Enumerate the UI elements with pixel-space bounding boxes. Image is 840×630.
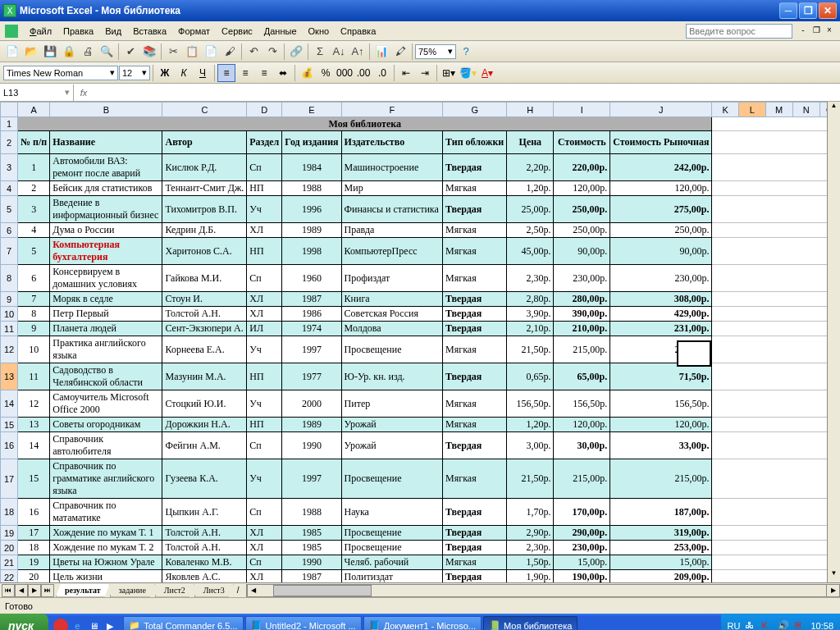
- lang-indicator[interactable]: RU: [728, 621, 741, 630]
- excel-icon: X: [3, 4, 16, 17]
- spelling-button[interactable]: ✔: [121, 43, 139, 61]
- merge-button[interactable]: ⬌: [274, 64, 292, 82]
- menu-edit[interactable]: Правка: [58, 24, 98, 39]
- comma-button[interactable]: 000: [336, 64, 354, 82]
- decrease-indent-button[interactable]: ⇤: [397, 64, 415, 82]
- tray-av-icon[interactable]: K: [761, 620, 773, 630]
- status-text: Готово: [5, 601, 33, 611]
- fx-icon[interactable]: fx: [74, 88, 94, 98]
- tray-volume-icon[interactable]: 🔊: [778, 620, 789, 630]
- worksheet[interactable]: ABCDEFGHIJKLMNO1Моя библиотека2№ п/пНазв…: [0, 102, 840, 582]
- tab-first-button[interactable]: ⏮: [2, 584, 15, 597]
- taskbar: пуск e 🖥 ▶ 📁Total Commander 6.5...📘Untit…: [0, 614, 840, 630]
- name-box[interactable]: L13▾: [0, 84, 74, 101]
- font-color-button[interactable]: A▾: [478, 64, 496, 82]
- menu-help[interactable]: Справка: [336, 24, 381, 39]
- save-button[interactable]: 💾: [41, 43, 59, 61]
- quicklaunch-opera-icon[interactable]: [53, 619, 68, 630]
- hyperlink-button[interactable]: 🔗: [287, 43, 305, 61]
- titlebar: X Microsoft Excel - Моя библиотека ─ ❐ ✕: [0, 0, 840, 21]
- italic-button[interactable]: К: [175, 64, 193, 82]
- fontsize-combo[interactable]: 12▾: [119, 66, 150, 80]
- increase-decimal-button[interactable]: .00: [354, 64, 372, 82]
- maximize-button[interactable]: ❐: [799, 2, 817, 19]
- percent-button[interactable]: %: [317, 64, 335, 82]
- borders-button[interactable]: ⊞▾: [440, 64, 458, 82]
- fill-color-button[interactable]: 🪣▾: [459, 64, 477, 82]
- tray-network-icon[interactable]: 🖧: [745, 620, 756, 630]
- taskbar-task[interactable]: 📘Документ1 - Microso...: [363, 616, 482, 630]
- status-bar: Готово: [0, 597, 840, 614]
- currency-button[interactable]: 💰: [298, 64, 316, 82]
- drawing-button[interactable]: 🖍: [391, 43, 409, 61]
- open-button[interactable]: 📂: [22, 43, 40, 61]
- standard-toolbar: 📄 📂 💾 🔒 🖨 🔍 ✔ 📚 ✂ 📋 📄 🖌 ↶ ↷ 🔗 Σ A↓ A↑ 📊 …: [0, 41, 840, 62]
- menu-data[interactable]: Данные: [259, 24, 302, 39]
- format-painter-button[interactable]: 🖌: [221, 43, 239, 61]
- app-logo-icon: [5, 25, 18, 38]
- minimize-button[interactable]: ─: [779, 2, 797, 19]
- sort-asc-button[interactable]: A↓: [330, 43, 348, 61]
- align-left-button[interactable]: ≡: [217, 64, 235, 82]
- align-center-button[interactable]: ≡: [236, 64, 254, 82]
- taskbar-task[interactable]: 📗Моя библиотека: [483, 616, 578, 630]
- clock[interactable]: 10:58: [810, 621, 833, 630]
- menu-format[interactable]: Формат: [173, 24, 215, 39]
- vertical-scrollbar[interactable]: ▲ ▼: [827, 102, 840, 582]
- menu-file[interactable]: ФФайлайл: [25, 24, 57, 39]
- increase-indent-button[interactable]: ⇥: [416, 64, 434, 82]
- menu-tools[interactable]: Сервис: [217, 24, 258, 39]
- sheet-tab[interactable]: Лист2: [155, 584, 194, 597]
- paste-button[interactable]: 📄: [202, 43, 220, 61]
- menubar: ФФайлайл Правка Вид Вставка Формат Серви…: [0, 21, 840, 41]
- taskbar-task[interactable]: 📁Total Commander 6.5...: [123, 616, 243, 630]
- close-button[interactable]: ✕: [819, 2, 837, 19]
- menu-window[interactable]: Окно: [304, 24, 335, 39]
- chart-button[interactable]: 📊: [372, 43, 390, 61]
- tab-last-button[interactable]: ⏭: [41, 584, 54, 597]
- zoom-combo[interactable]: 75%▾: [415, 44, 456, 59]
- font-combo[interactable]: Times New Roman▾: [3, 66, 118, 80]
- sheet-tabs-bar: ⏮ ◀ ▶ ⏭ результатзаданиеЛист2Лист3 / ◀▶: [0, 582, 840, 597]
- tray-shield-icon[interactable]: ⛨: [794, 620, 806, 630]
- window-title: Microsoft Excel - Моя библиотека: [20, 5, 779, 16]
- print-button[interactable]: 🖨: [79, 43, 97, 61]
- align-right-button[interactable]: ≡: [255, 64, 273, 82]
- tab-prev-button[interactable]: ◀: [15, 584, 28, 597]
- undo-button[interactable]: ↶: [244, 43, 262, 61]
- formula-bar: L13▾ fx: [0, 84, 840, 102]
- decrease-decimal-button[interactable]: .0: [373, 64, 391, 82]
- start-button[interactable]: пуск: [0, 614, 48, 630]
- help-button[interactable]: ?: [457, 43, 475, 61]
- formatting-toolbar: Times New Roman▾ 12▾ Ж К Ч ≡ ≡ ≡ ⬌ 💰 % 0…: [0, 62, 840, 84]
- redo-button[interactable]: ↷: [263, 43, 281, 61]
- quicklaunch-ie-icon[interactable]: e: [70, 619, 84, 630]
- tab-next-button[interactable]: ▶: [28, 584, 41, 597]
- new-button[interactable]: 📄: [3, 43, 21, 61]
- copy-button[interactable]: 📋: [183, 43, 201, 61]
- sheet-tab[interactable]: результат: [56, 584, 110, 597]
- permission-button[interactable]: 🔒: [60, 43, 78, 61]
- question-input[interactable]: [686, 24, 792, 39]
- preview-button[interactable]: 🔍: [98, 43, 116, 61]
- doc-minimize-button[interactable]: -: [797, 25, 809, 37]
- taskbar-task[interactable]: 📘Untitled2 - Microsoft ...: [245, 616, 362, 630]
- cut-button[interactable]: ✂: [164, 43, 182, 61]
- quicklaunch-desktop-icon[interactable]: 🖥: [86, 619, 101, 630]
- research-button[interactable]: 📚: [140, 43, 158, 61]
- bold-button[interactable]: Ж: [156, 64, 174, 82]
- sheet-tab[interactable]: задание: [110, 584, 155, 597]
- sheet-tab[interactable]: Лист3: [194, 584, 234, 597]
- underline-button[interactable]: Ч: [194, 64, 212, 82]
- autosum-button[interactable]: Σ: [311, 43, 329, 61]
- horizontal-scrollbar[interactable]: ◀▶: [246, 584, 840, 597]
- system-tray: RU 🖧 K 🔊 ⛨ 10:58: [721, 614, 840, 630]
- quicklaunch-media-icon[interactable]: ▶: [103, 619, 117, 630]
- doc-restore-button[interactable]: ❐: [810, 25, 822, 37]
- sort-desc-button[interactable]: A↑: [349, 43, 367, 61]
- menu-insert[interactable]: Вставка: [128, 24, 171, 39]
- menu-view[interactable]: Вид: [100, 24, 126, 39]
- doc-close-button[interactable]: ×: [824, 25, 835, 37]
